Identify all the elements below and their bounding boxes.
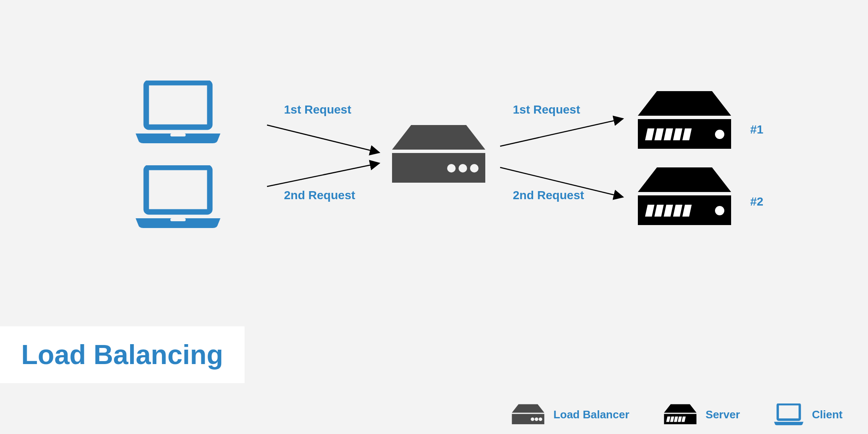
label-server-1: #1 <box>750 123 763 136</box>
label-1st-request-left: 1st Request <box>284 103 351 117</box>
svg-line-13 <box>267 163 379 186</box>
legend-client-icon <box>774 403 804 426</box>
legend-server-icon <box>663 404 697 425</box>
svg-rect-21 <box>778 404 800 420</box>
title-box: Load Balancing <box>0 326 245 383</box>
label-server-2: #2 <box>750 195 763 209</box>
legend: Load Balancer Server Client <box>511 403 843 426</box>
svg-point-17 <box>531 417 534 421</box>
svg-line-14 <box>500 119 623 146</box>
legend-item-client: Client <box>774 403 843 426</box>
svg-line-12 <box>267 125 379 153</box>
legend-load-balancer-label: Load Balancer <box>554 408 629 421</box>
diagram-title: Load Balancing <box>21 339 223 370</box>
label-1st-request-right: 1st Request <box>513 103 580 117</box>
label-2nd-request-right: 2nd Request <box>513 189 584 202</box>
legend-item-load-balancer: Load Balancer <box>511 404 629 425</box>
legend-client-label: Client <box>812 408 843 421</box>
legend-load-balancer-icon <box>511 404 545 425</box>
svg-point-18 <box>534 417 538 421</box>
svg-point-19 <box>539 417 542 421</box>
legend-server-label: Server <box>706 408 740 421</box>
legend-item-server: Server <box>663 404 740 425</box>
label-2nd-request-left: 2nd Request <box>284 189 355 202</box>
